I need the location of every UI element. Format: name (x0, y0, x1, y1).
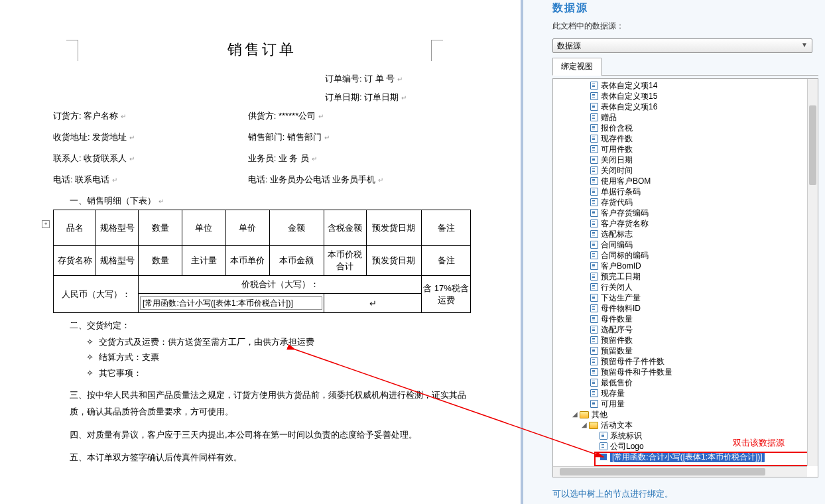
tree-scrollbar-vertical[interactable] (807, 79, 818, 466)
file-icon (590, 156, 598, 164)
tree-item[interactable]: 表体自定义项15 (590, 91, 818, 101)
tree-item[interactable]: 客户BomID (590, 261, 818, 271)
tree-item[interactable]: 可用量 (590, 399, 818, 409)
file-icon (590, 241, 598, 249)
tree-item[interactable]: 母件数量 (590, 314, 818, 324)
tree-item[interactable]: 最低售价 (590, 377, 818, 388)
tree-item[interactable]: 行关闭人 (590, 282, 818, 292)
tree-item[interactable]: 报价含税 (590, 123, 818, 133)
tree-item[interactable]: 使用客户BOM (590, 176, 818, 186)
tree-item[interactable]: 赠品 (590, 112, 818, 123)
file-icon (590, 379, 598, 387)
tree-item[interactable]: 表体自定义项16 (590, 101, 818, 112)
tree-folder[interactable]: ◢活动文本 (581, 420, 818, 430)
tree-item-label: 母件物料ID (601, 303, 641, 314)
td-name: 存货名称 (54, 246, 96, 276)
tree-item-label: 使用客户BOM (601, 176, 651, 186)
tree-item[interactable]: 客户存货名称 (590, 218, 818, 229)
tree-item[interactable]: 选配标志 (590, 229, 818, 239)
dept-value: 销售部门 (287, 132, 322, 142)
detail-table[interactable]: 品名 规格型号 数量 单位 单价 金额 含税金额 预发货日期 备注 存货名称 规… (53, 210, 471, 313)
phone2-label: 电话: (248, 174, 268, 184)
td-qty: 数量 (139, 246, 182, 276)
tree-item[interactable]: 现存件数 (590, 133, 818, 144)
tree-item-label: 关闭时间 (601, 165, 633, 176)
tree-item[interactable]: 关闭时间 (590, 165, 818, 176)
th-unit: 单位 (182, 210, 225, 246)
scrollbar-thumb[interactable] (809, 105, 816, 185)
th-price: 单价 (225, 210, 269, 246)
addr-label: 收货地址: (53, 132, 90, 142)
file-icon (590, 198, 598, 206)
tree-item-label: 报价含税 (601, 123, 633, 133)
tree-item[interactable]: 合同标的编码 (590, 250, 818, 261)
tree-item[interactable]: 单据行条码 (590, 186, 818, 197)
tree-item[interactable]: 现存量 (590, 388, 818, 399)
tree-item[interactable]: 存货代码 (590, 197, 818, 208)
file-icon (590, 92, 598, 100)
datasource-dropdown[interactable]: 数据源 (552, 38, 812, 53)
tree-item[interactable]: 下达生产量 (590, 292, 818, 303)
file-icon (590, 220, 598, 227)
file-icon (590, 368, 598, 376)
expander-icon[interactable]: ◢ (572, 411, 578, 418)
tree-folder[interactable]: ◢其他 (572, 409, 818, 420)
file-icon (590, 230, 598, 238)
td-price: 本币单价 (225, 246, 269, 276)
table-handle-icon[interactable]: + (42, 220, 50, 228)
file-icon (590, 188, 598, 196)
file-icon (600, 432, 607, 440)
tree-item[interactable]: 合同编码 (590, 239, 818, 250)
order-no-label: 订单编号: (325, 74, 362, 84)
tree-item-label: 可用量 (601, 399, 625, 409)
section-1-heading: 一、销售明细（下表） ↵ (70, 195, 471, 207)
file-icon (590, 304, 598, 312)
order-no-line: 订单编号: 订 单 号 ↵ (53, 73, 471, 85)
section-4: 四、对质量有异议，客户应于三天内提出,本公司将在第一时间以负责的态度给予妥善处理… (70, 427, 471, 444)
tree-item[interactable]: 母件物料ID (590, 303, 818, 314)
tree-item-label: 预留件数 (601, 335, 633, 346)
expander-icon[interactable]: ◢ (581, 422, 588, 428)
bullet-2: ✧结算方式：支票 (86, 349, 471, 365)
document-canvas: + 销售订单 订单编号: 订 单 号 ↵ 订单日期: 订单日期 ↵ 订货方: 客… (0, 0, 521, 504)
tree-item[interactable]: 客户存货编码 (590, 208, 818, 218)
formula-input[interactable] (140, 296, 322, 310)
bullet-3: ✧其它事项： (86, 365, 471, 381)
contact-value: 收货联系人 (84, 153, 127, 163)
footer-hint: 可以选中树上的节点进行绑定。 (552, 488, 673, 500)
tree-item-label: 预留母件和子件数量 (601, 367, 672, 377)
tree-scrollbar-horizontal[interactable] (553, 466, 807, 477)
tree-item[interactable]: 可用件数 (590, 144, 818, 155)
formula-cell[interactable] (139, 294, 324, 313)
file-icon (590, 177, 598, 185)
tax-17-cell: 含 17%税含运费 (422, 276, 471, 313)
tree-item[interactable]: 预留件数 (590, 335, 818, 346)
th-qty: 数量 (139, 210, 182, 246)
tree-item[interactable]: 预完工日期 (590, 271, 818, 282)
tree-item[interactable]: 选配序号 (590, 324, 818, 335)
scrollbar-thumb-h[interactable] (560, 468, 765, 475)
tree-item[interactable]: 预留数量 (590, 346, 818, 356)
td-spec: 规格型号 (96, 246, 139, 276)
folder-label: 其他 (592, 409, 607, 420)
tree-item[interactable]: 预留母件子件件数 (590, 356, 818, 367)
tree-item[interactable]: 预留母件和子件数量 (590, 367, 818, 377)
tree-item-label: 预完工日期 (601, 271, 641, 282)
tree-container: 表体自定义项14表体自定义项15表体自定义项16赠品报价含税现存件数可用件数关闭… (552, 78, 818, 477)
tree-item-label: [常用函数:合计小写([表体1:本币价税合计])] (610, 452, 765, 462)
tree-item[interactable]: 表体自定义项14 (590, 80, 818, 91)
file-icon (590, 326, 598, 334)
buyer-value: 客户名称 (84, 111, 118, 121)
addr-value: 发货地址 (92, 132, 127, 142)
order-date-line: 订单日期: 订单日期 ↵ (53, 92, 471, 103)
tab-binding-view[interactable]: 绑定视图 (552, 58, 602, 76)
tree-item-label: 单据行条码 (601, 186, 641, 197)
tree-item-selected[interactable]: [常用函数:合计小写([表体1:本币价税合计])] (590, 452, 818, 462)
buyer-label: 订货方: (53, 111, 82, 121)
file-icon (590, 357, 598, 365)
tree-item[interactable]: 关闭日期 (590, 155, 818, 165)
dept-label: 销售部门: (248, 132, 285, 142)
tree-item-label: 行关闭人 (601, 282, 633, 292)
th-remark: 备注 (422, 210, 471, 246)
datasource-tree[interactable]: 表体自定义项14表体自定义项15表体自定义项16赠品报价含税现存件数可用件数关闭… (553, 79, 818, 477)
